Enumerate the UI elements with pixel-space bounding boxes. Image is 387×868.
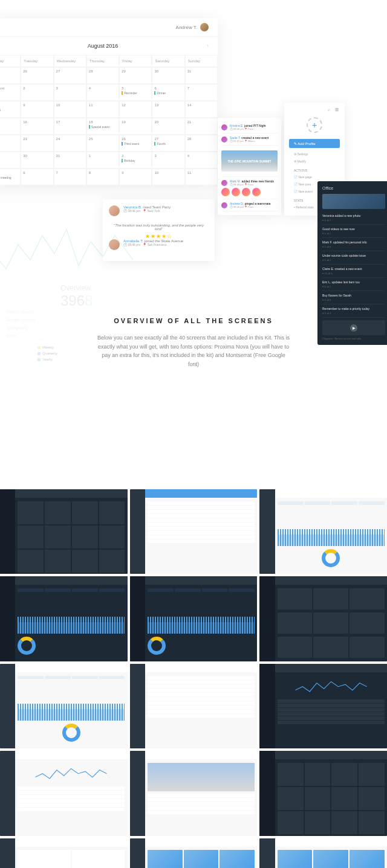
search-icon[interactable]: ⌕ xyxy=(328,108,333,112)
screen-thumbnail[interactable] xyxy=(0,489,128,574)
calendar-cell[interactable]: 9 xyxy=(119,169,152,185)
calendar-cell[interactable]: 10 xyxy=(152,169,184,185)
dark-list-item[interactable]: Claire E. created a new event♥ 19 ⭯ 6 xyxy=(322,265,385,278)
dark-list-item[interactable]: Buy flowers for Sarah♥ 0 ⭯ 0 xyxy=(322,291,385,304)
calendar-cell[interactable]: 14 xyxy=(185,101,218,118)
feed-item[interactable]: Mark M. added three new friends 🕐 08:46 … xyxy=(221,177,278,199)
dark-list-item[interactable]: Under source code update issue♥ 9 ⭯ 2 xyxy=(322,251,385,265)
calendar-cell[interactable]: 27 xyxy=(54,67,86,84)
next-month-icon[interactable]: › xyxy=(207,43,209,48)
calendar-cell[interactable]: 11 xyxy=(185,169,218,185)
menu-icon[interactable]: ☰ xyxy=(335,108,340,112)
calendar-cell[interactable]: 12 xyxy=(119,101,152,118)
sidebar-link[interactable]: ⚙ Settings xyxy=(289,150,340,158)
calendar-cell[interactable]: 3 xyxy=(54,84,86,101)
avatar xyxy=(221,124,227,130)
calendar-cell[interactable]: 25 xyxy=(86,135,119,152)
avatar xyxy=(252,188,261,196)
feed-item[interactable]: Andrew D. pinged a teammate 🕐 08:46 pm 📍… xyxy=(221,199,278,211)
screen-thumbnail[interactable] xyxy=(259,838,387,868)
add-profile-button[interactable]: ✎ Add Profile xyxy=(289,139,340,148)
screen-thumbnail[interactable] xyxy=(0,664,128,748)
screen-thumbnail[interactable] xyxy=(130,838,258,868)
calendar-cell[interactable]: 2 xyxy=(21,84,53,101)
dark-list-item[interactable]: Eric L. updates last item too♥ 0 ⭯ 2 xyxy=(322,278,385,291)
calendar-cell[interactable]: 8Event xyxy=(0,101,21,118)
calendar-cell[interactable]: 8 xyxy=(86,169,119,185)
screen-thumbnail[interactable] xyxy=(0,751,128,835)
calendar-cell[interactable]: 23 xyxy=(21,135,53,152)
calendar-cell[interactable]: 4 xyxy=(86,84,119,101)
day-header: Friday xyxy=(119,55,152,67)
calendar-cell[interactable]: 7 xyxy=(185,84,218,101)
calendar-cell[interactable]: 17 xyxy=(54,118,86,135)
calendar-cell[interactable]: 1 xyxy=(86,152,119,169)
feed-item[interactable]: Sadie T. created a new event 🕐 04:02 pm … xyxy=(221,133,278,146)
calendar-cell[interactable]: 31 xyxy=(185,67,218,84)
calendar-cell[interactable]: 1 August xyxy=(0,84,21,101)
screen-thumbnail[interactable] xyxy=(259,664,387,748)
feed-item[interactable]: Kristina E. joined PIT Night 🕐 08:46 pm … xyxy=(221,121,278,133)
screen-thumbnail[interactable] xyxy=(130,751,258,835)
hero-collage: Andrew T. ‹ August 2016 › MondayTuesdayW… xyxy=(0,0,387,435)
calendar-cell[interactable]: 5Reminder xyxy=(119,84,152,101)
sidebar-actions-label: ACTIONS xyxy=(289,165,340,173)
calendar-cell[interactable]: 27Fourth xyxy=(152,135,184,152)
feed-image: THE EPIC MOUNTAIN SUMMIT xyxy=(221,150,278,172)
calendar-cell[interactable]: 18Special event xyxy=(86,118,119,135)
calendar-cell[interactable]: 6Dinner xyxy=(152,84,184,101)
calendar-cell[interactable]: 21 xyxy=(185,118,218,135)
calendar-cell[interactable]: 29 xyxy=(0,152,21,169)
day-header: Tuesday xyxy=(21,55,53,67)
screen-thumbnail[interactable] xyxy=(130,489,258,574)
screens-grid xyxy=(0,489,387,868)
calendar-cell[interactable]: 7 xyxy=(54,169,86,185)
add-button[interactable]: + xyxy=(307,117,322,133)
calendar-cell[interactable]: 20 xyxy=(152,118,184,135)
day-header: Monday xyxy=(0,55,21,67)
screen-thumbnail[interactable] xyxy=(0,838,128,868)
calendar-cell[interactable]: 15 xyxy=(0,118,21,135)
avatar xyxy=(232,188,240,196)
dark-list-item[interactable]: Mark F. updated his personal info♥ 2 ⭯ 0 xyxy=(322,238,385,251)
calendar-cell[interactable]: 29 xyxy=(119,67,152,84)
calendar-cell[interactable]: 22 xyxy=(0,135,21,152)
sidebar-link[interactable]: ⚙ Modify xyxy=(289,158,340,165)
calendar-cell[interactable]: 9 xyxy=(21,101,53,118)
calendar-cell[interactable]: 13 xyxy=(152,101,184,118)
calendar-cell[interactable]: 16 xyxy=(21,118,53,135)
calendar-cell[interactable]: 30 xyxy=(21,152,53,169)
calendar-cell[interactable]: 25 xyxy=(0,67,21,84)
calendar-cell[interactable]: 5Bank meeting xyxy=(0,169,21,185)
sidebar-action[interactable]: 📄 New page xyxy=(289,173,340,181)
calendar-cell[interactable]: 26Third event xyxy=(119,135,152,152)
screen-thumbnail[interactable] xyxy=(259,576,387,661)
calendar-cell[interactable]: 28 xyxy=(185,135,218,152)
dark-list-item[interactable]: Good videos to see now♥ 9 ⭯ 2 xyxy=(322,225,385,238)
calendar-cell[interactable]: 26 xyxy=(21,67,53,84)
ghost-overview-value: 396 xyxy=(60,292,85,309)
screen-thumbnail[interactable] xyxy=(259,751,387,835)
section-description: Below you can see exactly all the 40 scr… xyxy=(97,333,290,368)
calendar-cell[interactable]: 31 xyxy=(54,152,86,169)
sidebar-top-icons: ⌕ ☰ xyxy=(289,108,340,112)
screen-thumbnail[interactable] xyxy=(259,489,387,574)
calendar-cell[interactable]: 3 xyxy=(152,152,184,169)
calendar-cell[interactable]: 2Birthday xyxy=(119,152,152,169)
calendar-cell[interactable]: 6 xyxy=(21,169,53,185)
calendar-cell[interactable]: 11 xyxy=(86,101,119,118)
screen-thumbnail[interactable] xyxy=(130,576,258,661)
screen-thumbnail[interactable] xyxy=(0,576,128,661)
calendar-user[interactable]: Andrew T. xyxy=(176,23,209,31)
calendar-cell[interactable]: 30 xyxy=(152,67,184,84)
calendar-cell[interactable]: 19 xyxy=(119,118,152,135)
calendar-cell[interactable]: 4 xyxy=(185,152,218,169)
screen-thumbnail[interactable] xyxy=(130,664,258,748)
user-name: Andrew T. xyxy=(176,25,197,30)
calendar-cell[interactable]: 10 xyxy=(54,101,86,118)
calendar-cell[interactable]: 24 xyxy=(54,135,86,152)
dark-list-item[interactable]: Veronica added a new photo♥ 3 ⭯ 2 xyxy=(322,211,385,225)
dark-list-item[interactable]: Remember to make a priority today♥ 3 ⭯ 4 xyxy=(322,304,385,318)
calendar-cell[interactable]: 28 xyxy=(86,67,119,84)
feed-item[interactable]: THE EPIC MOUNTAIN SUMMIT xyxy=(221,146,278,177)
